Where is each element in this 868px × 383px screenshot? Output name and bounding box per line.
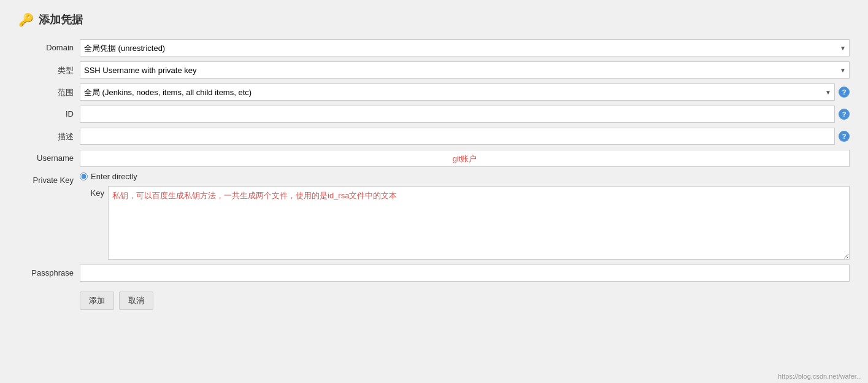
private-key-row: Private Key Enter directly Key (18, 172, 850, 260)
type-select-wrapper: SSH Username with private key ▼ (80, 61, 850, 79)
domain-label: Domain (18, 39, 80, 52)
scope-select[interactable]: 全局 (Jenkins, nodes, items, all child ite… (80, 83, 835, 101)
type-row: 类型 SSH Username with private key ▼ (18, 61, 850, 79)
key-icon: 🔑 (18, 12, 34, 27)
desc-help-icon[interactable]: ? (839, 131, 850, 142)
passphrase-row: Passphrase (18, 265, 850, 282)
watermark: https://blog.csdn.net/wafer... (778, 373, 862, 380)
key-textarea[interactable] (108, 186, 850, 260)
desc-row: 描述 ? (18, 128, 850, 145)
type-select[interactable]: SSH Username with private key (80, 61, 850, 79)
id-control-wrap: ? (80, 106, 850, 123)
username-row: Username (18, 150, 850, 167)
passphrase-input[interactable] (80, 265, 850, 282)
enter-directly-radio[interactable] (80, 172, 88, 180)
domain-row: Domain 全局凭据 (unrestricted) ▼ (18, 39, 850, 56)
cancel-button[interactable]: 取消 (119, 292, 153, 310)
desc-input[interactable] (80, 128, 835, 145)
type-label: 类型 (18, 61, 80, 76)
username-input[interactable] (80, 150, 850, 167)
private-key-control-wrap: Enter directly Key (80, 172, 850, 260)
enter-directly-option[interactable]: Enter directly (80, 172, 850, 181)
page-title: 🔑 添加凭据 (18, 12, 850, 27)
key-label-text: Key (80, 186, 104, 198)
btn-row: 添加 取消 (18, 292, 850, 310)
scope-control-wrap: 全局 (Jenkins, nodes, items, all child ite… (80, 83, 850, 101)
domain-control-wrap: 全局凭据 (unrestricted) ▼ (80, 39, 850, 56)
id-row: ID ? (18, 106, 850, 123)
passphrase-label: Passphrase (18, 265, 80, 277)
scope-help-icon[interactable]: ? (839, 87, 850, 98)
domain-select-wrapper: 全局凭据 (unrestricted) ▼ (80, 39, 850, 56)
enter-directly-label: Enter directly (91, 172, 137, 181)
passphrase-control-wrap (80, 265, 850, 282)
domain-select[interactable]: 全局凭据 (unrestricted) (80, 39, 850, 56)
username-control-wrap (80, 150, 850, 167)
type-control-wrap: SSH Username with private key ▼ (80, 61, 850, 79)
id-help-icon[interactable]: ? (839, 109, 850, 120)
page-title-text: 添加凭据 (39, 12, 83, 27)
desc-label: 描述 (18, 128, 80, 142)
scope-row: 范围 全局 (Jenkins, nodes, items, all child … (18, 83, 850, 101)
private-key-section: Enter directly Key (80, 172, 850, 260)
id-label: ID (18, 106, 80, 118)
id-input[interactable] (80, 106, 835, 123)
add-button[interactable]: 添加 (80, 292, 114, 310)
key-sub-row: Key (80, 186, 850, 260)
scope-label: 范围 (18, 83, 80, 98)
username-label: Username (18, 150, 80, 163)
desc-control-wrap: ? (80, 128, 850, 145)
scope-select-wrapper: 全局 (Jenkins, nodes, items, all child ite… (80, 83, 835, 101)
private-key-label: Private Key (18, 172, 80, 185)
